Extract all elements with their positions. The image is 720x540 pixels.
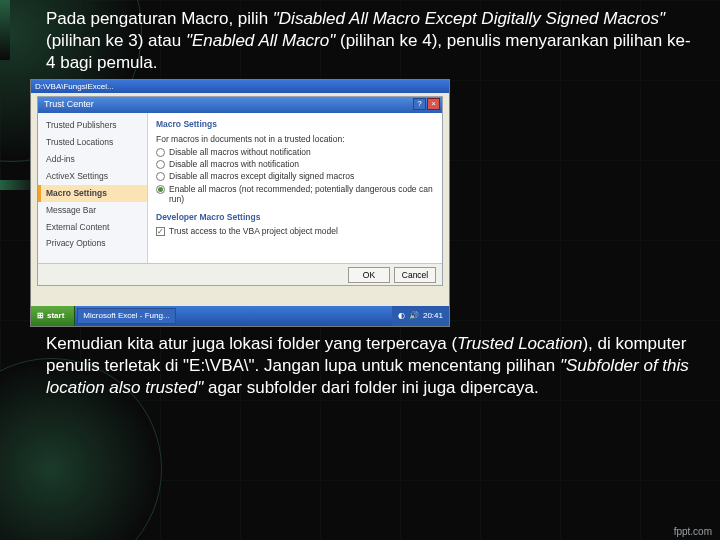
radio-icon <box>156 160 165 169</box>
panel-intro: For macros in documents not in a trusted… <box>156 134 434 145</box>
taskbar-item-excel[interactable]: Microsoft Excel - Fung... <box>77 308 175 324</box>
sidebar-item-external-content[interactable]: External Content <box>38 219 147 236</box>
sidebar-item-macro-settings[interactable]: Macro Settings <box>38 185 147 202</box>
sidebar-item-trusted-locations[interactable]: Trusted Locations <box>38 134 147 151</box>
macro-option-3-label: Disable all macros except digitally sign… <box>169 171 354 181</box>
sidebar-item-privacy[interactable]: Privacy Options <box>38 235 147 252</box>
sidebar-item-message-bar[interactable]: Message Bar <box>38 202 147 219</box>
macro-option-3[interactable]: Disable all macros except digitally sign… <box>156 171 434 181</box>
dialog-titlebar: Trust Center ? × <box>38 97 442 113</box>
windows-logo-icon: ⊞ <box>37 311 44 321</box>
radio-icon <box>156 148 165 157</box>
macro-option-1[interactable]: Disable all macros without notification <box>156 147 434 157</box>
dialog-footer: OK Cancel <box>38 263 442 285</box>
slide-content: Pada pengaturan Macro, pilih "Disabled A… <box>0 0 720 399</box>
start-button[interactable]: ⊞start <box>31 306 75 326</box>
dialog-title-text: Trust Center <box>44 99 94 109</box>
radio-icon <box>156 172 165 181</box>
p1-a: Pada pengaturan Macro, pilih <box>46 9 273 28</box>
template-credit: fppt.com <box>674 526 712 537</box>
paragraph-2: Kemudian kita atur juga lokasi folder ya… <box>46 333 692 398</box>
nav-sidebar: Trusted Publishers Trusted Locations Add… <box>38 113 148 263</box>
macro-option-4-label: Enable all macros (not recommended; pote… <box>169 184 434 204</box>
tray-icon: 🔊 <box>409 311 419 321</box>
macro-option-4[interactable]: Enable all macros (not recommended; pote… <box>156 184 434 204</box>
paragraph-1: Pada pengaturan Macro, pilih "Disabled A… <box>46 8 692 73</box>
macro-option-1-label: Disable all macros without notification <box>169 147 311 157</box>
xp-taskbar: ⊞start Microsoft Excel - Fung... ◐ 🔊 20:… <box>31 306 449 326</box>
panel-heading-macro: Macro Settings <box>156 119 434 130</box>
xp-explorer-strip: D:\VBA\FungsiExcel... <box>31 80 449 93</box>
macro-option-2[interactable]: Disable all macros with notification <box>156 159 434 169</box>
system-tray: ◐ 🔊 20:41 <box>392 306 449 326</box>
screenshot-trust-center: D:\VBA\FungsiExcel... Trust Center ? × T… <box>30 79 450 327</box>
sidebar-item-addins[interactable]: Add-ins <box>38 151 147 168</box>
tray-icon: ◐ <box>398 311 405 321</box>
settings-panel: Macro Settings For macros in documents n… <box>148 113 442 263</box>
clock: 20:41 <box>423 311 443 321</box>
p1-d: "Enabled All Macro" <box>186 31 335 50</box>
ok-button[interactable]: OK <box>348 267 390 283</box>
p1-c: (pilihan ke 3) atau <box>46 31 186 50</box>
checkbox-icon: ✓ <box>156 227 165 236</box>
p2-a: Kemudian kita atur juga lokasi folder ya… <box>46 334 457 353</box>
p2-e: agar subfolder dari folder ini juga dipe… <box>203 378 538 397</box>
sidebar-item-trusted-publishers[interactable]: Trusted Publishers <box>38 117 147 134</box>
start-label: start <box>47 311 64 321</box>
macro-option-2-label: Disable all macros with notification <box>169 159 299 169</box>
radio-icon <box>156 185 165 194</box>
dev-trust-checkbox[interactable]: ✓Trust access to the VBA project object … <box>156 226 434 236</box>
panel-heading-dev: Developer Macro Settings <box>156 212 434 223</box>
help-icon[interactable]: ? <box>413 98 426 110</box>
close-icon[interactable]: × <box>427 98 440 110</box>
dev-trust-label: Trust access to the VBA project object m… <box>169 226 338 236</box>
cancel-button[interactable]: Cancel <box>394 267 436 283</box>
p1-b: "Disabled All Macro Except Digitally Sig… <box>273 9 665 28</box>
dialog-body: Trusted Publishers Trusted Locations Add… <box>38 113 442 263</box>
sidebar-item-activex[interactable]: ActiveX Settings <box>38 168 147 185</box>
p2-b: Trusted Location <box>457 334 582 353</box>
trust-center-dialog: Trust Center ? × Trusted Publishers Trus… <box>37 96 443 286</box>
